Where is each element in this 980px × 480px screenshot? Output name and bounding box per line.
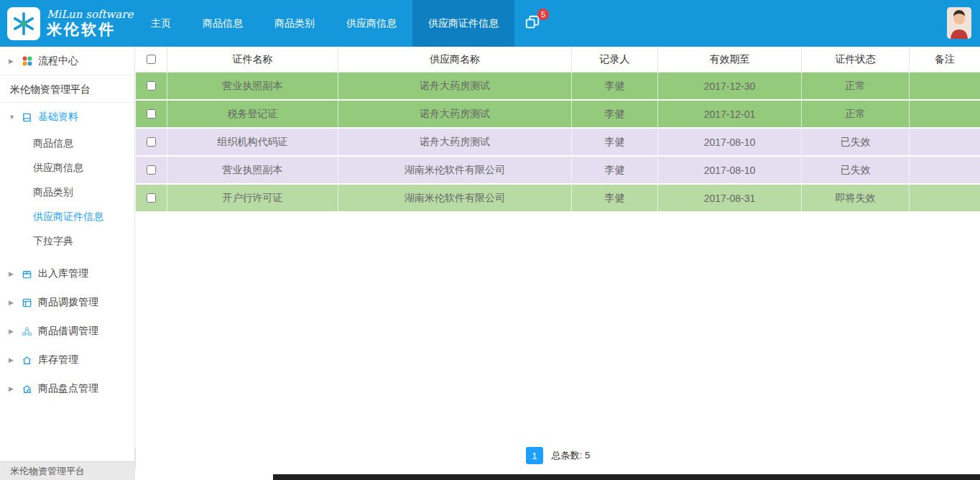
cell-cert-name: 组织机构代码证 <box>167 129 338 155</box>
select-all-checkbox[interactable] <box>147 55 156 64</box>
home-search-icon <box>22 384 32 394</box>
warehouse-inout-icon <box>22 269 32 280</box>
sidebar-item-dropdown-dict[interactable]: 下拉字典 <box>0 229 134 254</box>
sidebar-group-label: 商品调拨管理 <box>38 296 98 309</box>
column-header-valid-until: 有效期至 <box>658 47 802 72</box>
bottom-taskbar-strip <box>273 474 980 480</box>
notification-badge: 5 <box>537 9 549 20</box>
app-window: MiLun software 米伦软件 主页 商品信息 商品类别 供应商信息 供… <box>0 0 980 480</box>
row-select-cell <box>136 185 167 211</box>
sidebar: ▶ 流程中心 米伦物资管理平台 ▼ 基础资料 商品信 <box>0 47 135 480</box>
nav-tab-supplier-cert[interactable]: 供应商证件信息 <box>412 0 514 47</box>
chevron-right-icon: ▶ <box>9 328 16 335</box>
cell-valid-until: 2017-08-31 <box>658 185 802 211</box>
sidebar-item-supplier-info[interactable]: 供应商信息 <box>0 156 134 180</box>
row-checkbox[interactable] <box>147 81 156 91</box>
sidebar-platform-title: 米伦物资管理平台 <box>0 75 134 103</box>
nav-tab-goods-category[interactable]: 商品类别 <box>259 0 330 47</box>
sidebar-group-goods-borrow[interactable]: ▶ 商品借调管理 <box>0 317 134 346</box>
cell-status: 即将失效 <box>802 185 910 211</box>
row-checkbox[interactable] <box>147 137 156 147</box>
nav-tab-supplier-info[interactable]: 供应商信息 <box>330 0 412 47</box>
cell-status: 正常 <box>802 101 910 127</box>
sidebar-group-inventory[interactable]: ▶ 库存管理 <box>0 346 134 374</box>
cell-cert-name: 营业执照副本 <box>167 157 338 183</box>
sidebar-group-stocktaking[interactable]: ▶ 商品盘点管理 <box>0 374 134 403</box>
column-header-status: 证件状态 <box>802 47 910 72</box>
sidebar-group-label: 出入库管理 <box>38 267 88 280</box>
chevron-right-icon: ▶ <box>9 299 16 306</box>
cell-note <box>910 101 980 127</box>
sidebar-item-goods-category[interactable]: 商品类别 <box>0 180 134 205</box>
cell-note <box>910 157 980 183</box>
table-row[interactable]: 组织机构代码证 诺舟大药房测试 李健 2017-08-10 已失效 <box>136 129 980 157</box>
cell-status: 已失效 <box>802 129 910 155</box>
nav-tab-goods-info[interactable]: 商品信息 <box>187 0 259 47</box>
logo-line2: 米伦软件 <box>47 21 133 38</box>
column-header-note: 备注 <box>910 47 980 72</box>
cell-recorder: 李健 <box>572 101 658 127</box>
sidebar-group-label: 库存管理 <box>38 354 78 366</box>
top-header: MiLun software 米伦软件 主页 商品信息 商品类别 供应商信息 供… <box>0 0 980 47</box>
notifications-button[interactable]: 5 <box>514 0 550 47</box>
cell-valid-until: 2017-08-10 <box>658 157 802 183</box>
book-icon <box>22 112 32 123</box>
cell-valid-until: 2017-12-01 <box>658 101 802 127</box>
row-select-cell <box>136 157 167 183</box>
cell-supplier-name: 诺舟大药房测试 <box>338 101 572 127</box>
logo: MiLun software 米伦软件 <box>0 0 135 47</box>
column-header-recorder: 记录人 <box>572 47 658 72</box>
table-row[interactable]: 开户行许可证 湖南米伦软件有限公司 李健 2017-08-31 即将失效 <box>136 185 980 213</box>
column-header-cert-name: 证件名称 <box>167 47 338 72</box>
table-row[interactable]: 税务登记证 诺舟大药房测试 李健 2017-12-01 正常 <box>136 101 980 129</box>
row-checkbox[interactable] <box>147 165 156 175</box>
select-all-cell <box>136 47 167 72</box>
sidebar-item-label: 流程中心 <box>38 55 78 68</box>
sidebar-item-goods-info[interactable]: 商品信息 <box>0 131 134 156</box>
row-checkbox[interactable] <box>147 193 156 203</box>
sidebar-item-supplier-cert[interactable]: 供应商证件信息 <box>0 205 134 229</box>
row-checkbox[interactable] <box>147 109 156 119</box>
nav-tab-home[interactable]: 主页 <box>135 0 187 47</box>
cell-note <box>910 129 980 155</box>
chevron-right-icon: ▶ <box>9 270 16 277</box>
table-header-row: 证件名称 供应商名称 记录人 有效期至 证件状态 备注 <box>136 47 980 73</box>
chevron-down-icon: ▼ <box>9 114 16 121</box>
page-button-1[interactable]: 1 <box>526 447 543 464</box>
cell-supplier-name: 诺舟大药房测试 <box>338 73 572 99</box>
row-select-cell <box>136 129 167 155</box>
sidebar-group-label: 商品借调管理 <box>38 325 98 338</box>
home-icon <box>22 355 32 366</box>
process-center-icon <box>22 55 32 66</box>
total-count-label: 总条数: 5 <box>552 449 590 462</box>
sidebar-group-inout-warehouse[interactable]: ▶ 出入库管理 <box>0 259 134 288</box>
logo-text: MiLun software 米伦软件 <box>47 9 133 38</box>
cell-cert-name: 营业执照副本 <box>167 73 338 99</box>
column-header-supplier-name: 供应商名称 <box>338 47 572 72</box>
chevron-right-icon: ▶ <box>9 57 16 65</box>
transfer-icon <box>22 297 32 308</box>
cell-supplier-name: 湖南米伦软件有限公司 <box>338 157 572 183</box>
logo-icon <box>7 7 40 40</box>
sidebar-group-goods-transfer[interactable]: ▶ 商品调拨管理 <box>0 288 134 317</box>
cell-valid-until: 2017-12-30 <box>658 73 802 99</box>
table-row[interactable]: 营业执照副本 诺舟大药房测试 李健 2017-12-30 正常 <box>136 73 980 101</box>
logo-line1: MiLun software <box>47 9 133 21</box>
sidebar-footer: 米伦物资管理平台 <box>0 461 135 480</box>
cell-recorder: 李健 <box>572 157 658 183</box>
sidebar-item-process-center[interactable]: ▶ 流程中心 <box>0 47 134 75</box>
sidebar-group-label: 基础资料 <box>38 111 78 124</box>
sidebar-group-label: 商品盘点管理 <box>38 382 98 395</box>
chevron-right-icon: ▶ <box>9 356 16 364</box>
cell-note <box>910 73 980 99</box>
table-row[interactable]: 营业执照副本 湖南米伦软件有限公司 李健 2017-08-10 已失效 <box>136 157 980 185</box>
avatar[interactable] <box>947 7 971 39</box>
cell-recorder: 李健 <box>572 185 658 211</box>
cell-supplier-name: 湖南米伦软件有限公司 <box>338 185 572 211</box>
row-select-cell <box>136 101 167 127</box>
cell-status: 已失效 <box>802 157 910 183</box>
top-nav: 主页 商品信息 商品类别 供应商信息 供应商证件信息 5 <box>135 0 550 47</box>
network-icon <box>22 326 32 337</box>
cell-recorder: 李健 <box>572 129 658 155</box>
sidebar-group-base-data[interactable]: ▼ 基础资料 <box>0 103 134 131</box>
